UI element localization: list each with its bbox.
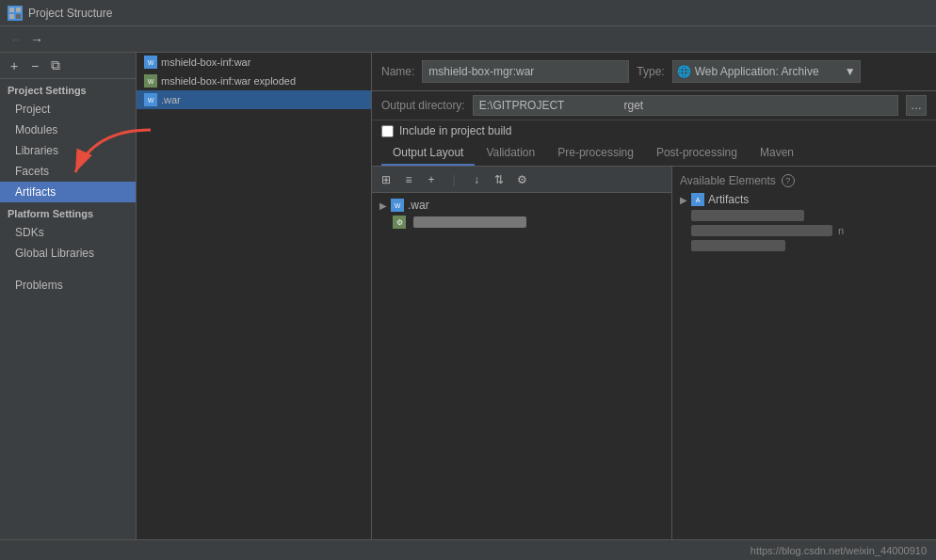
sort-icon[interactable]: ⇅ (489, 169, 509, 190)
add-artifact-button[interactable]: + (6, 57, 23, 74)
back-button[interactable]: ← (6, 29, 26, 50)
name-label: Name: (381, 65, 414, 78)
sidebar-toolbar: + − ⧉ (0, 53, 136, 79)
remove-artifact-button[interactable]: − (26, 57, 43, 74)
grid-icon[interactable]: ⊞ (376, 169, 396, 190)
browse-button[interactable]: … (906, 95, 927, 116)
tree-item-gear[interactable]: ⚙ (376, 214, 668, 231)
sidebar-item-facets[interactable]: Facets (0, 161, 136, 182)
output-toolbar: ⊞ ≡ + | ↓ ⇅ ⚙ (372, 167, 671, 193)
sidebar-item-label: Artifacts (15, 185, 56, 199)
war-exploded-icon: W (144, 74, 157, 88)
tab-validation[interactable]: Validation (475, 141, 546, 166)
artifact-item-war-exploded[interactable]: W mshield-box-inf:war exploded (137, 72, 371, 90)
artifact-name: .war (161, 94, 181, 105)
type-icon: 🌐 (677, 65, 691, 78)
artifacts-arrow[interactable]: ▶ (680, 195, 687, 205)
include-project-build-label: Include in project build (399, 124, 511, 137)
down-icon[interactable]: ↓ (466, 169, 487, 190)
artifact-item-selected[interactable]: W .war (137, 90, 371, 109)
war-file-icon: W (391, 199, 404, 212)
avail-item-3[interactable] (676, 238, 932, 253)
svg-rect-0 (9, 8, 14, 12)
avail-item-artifacts[interactable]: ▶ A Artifacts (676, 191, 932, 208)
artifact-name: mshield-box-inf:war exploded (161, 75, 296, 87)
tabs-row: Output Layout Validation Pre-processing … (372, 141, 936, 167)
copy-artifact-button[interactable]: ⧉ (47, 57, 64, 74)
url-label: https://blog.csdn.net/weixin_44000910 (750, 545, 927, 556)
sidebar-item-label: SDKs (15, 226, 44, 239)
avail-suffix: n (838, 225, 844, 236)
tab-maven[interactable]: Maven (749, 141, 805, 166)
include-project-build-checkbox[interactable] (381, 125, 394, 137)
name-type-row: Name: Type: 🌐 Web Application: Archive ▼ (372, 53, 936, 91)
available-elements-label: Available Elements (680, 174, 776, 187)
type-dropdown-icon: ▼ (845, 65, 856, 78)
bottom-bar: https://blog.csdn.net/weixin_44000910 (0, 539, 936, 560)
sidebar-item-label: Problems (15, 279, 63, 292)
avail-artifacts-label: Artifacts (708, 193, 749, 206)
name-input[interactable] (422, 60, 629, 83)
tab-pre-processing[interactable]: Pre-processing (546, 141, 645, 166)
sidebar-item-label: Libraries (15, 144, 58, 157)
output-left-panel: ⊞ ≡ + | ↓ ⇅ ⚙ ▶ W .war ⚙ (372, 167, 672, 560)
app-icon (8, 6, 23, 21)
platform-settings-header: Platform Settings (0, 202, 136, 222)
list-icon[interactable]: ≡ (398, 169, 419, 190)
sidebar-item-project[interactable]: Project (0, 99, 136, 120)
settings-icon[interactable]: ⚙ (511, 169, 532, 190)
available-elements-header: Available Elements ? (676, 170, 932, 191)
artifact-item-war[interactable]: W mshield-box-inf:war (137, 53, 371, 72)
project-settings-header: Project Settings (0, 79, 136, 99)
include-project-build-row: Include in project build (372, 120, 936, 141)
output-dir-label: Output directory: (381, 99, 465, 112)
avail-blurred-3 (691, 240, 785, 251)
right-panel: Name: Type: 🌐 Web Application: Archive ▼… (372, 53, 936, 560)
sidebar-item-modules[interactable]: Modules (0, 120, 136, 140)
sidebar-item-libraries[interactable]: Libraries (0, 140, 136, 161)
avail-item-2[interactable]: n (676, 223, 932, 238)
sidebar-item-artifacts[interactable]: Artifacts (0, 182, 136, 202)
output-layout-area: ⊞ ≡ + | ↓ ⇅ ⚙ ▶ W .war ⚙ (372, 167, 936, 560)
output-tree: ▶ W .war ⚙ (372, 193, 671, 560)
sidebar-item-label: Facets (15, 165, 49, 178)
avail-blurred-1 (691, 210, 804, 221)
type-select[interactable]: 🌐 Web Application: Archive ▼ (672, 60, 861, 83)
sidebar-item-label: Modules (15, 123, 57, 136)
add-tool-button[interactable]: + (421, 169, 442, 190)
tree-item-blurred (413, 216, 526, 228)
sidebar-item-sdks[interactable]: SDKs (0, 222, 136, 243)
tree-item-label: .war (408, 199, 429, 212)
artifact-name: mshield-box-inf:war (161, 56, 250, 68)
output-dir-row: Output directory: … (372, 91, 936, 120)
svg-rect-2 (9, 14, 14, 19)
title-bar: Project Structure (0, 0, 936, 26)
avail-item-1[interactable] (676, 208, 932, 223)
forward-button[interactable]: → (26, 29, 47, 50)
output-dir-input[interactable] (473, 95, 898, 116)
sidebar: + − ⧉ Project Settings Project Modules L… (0, 53, 137, 560)
nav-bar: ← → (0, 26, 936, 53)
sidebar-item-label: Project (15, 103, 50, 116)
window-title: Project Structure (28, 7, 112, 20)
available-elements-panel: Available Elements ? ▶ A Artifacts n (672, 167, 936, 560)
type-value: Web Application: Archive (695, 65, 845, 78)
artifacts-folder-icon: A (691, 193, 704, 206)
tree-item-war[interactable]: ▶ W .war (376, 197, 668, 214)
svg-rect-1 (16, 8, 21, 12)
sidebar-item-global-libraries[interactable]: Global Libraries (0, 243, 136, 264)
sidebar-item-label: Global Libraries (15, 247, 94, 260)
separator: | (444, 169, 464, 190)
help-icon[interactable]: ? (782, 174, 795, 187)
artifact-list-panel: W mshield-box-inf:war W mshield-box-inf:… (137, 53, 372, 560)
war-icon: W (144, 56, 157, 69)
main-layout: + − ⧉ Project Settings Project Modules L… (0, 53, 936, 560)
war-selected-icon: W (144, 93, 157, 106)
type-label: Type: (637, 65, 664, 78)
tab-output-layout[interactable]: Output Layout (381, 141, 475, 166)
avail-blurred-2 (691, 225, 832, 236)
tab-post-processing[interactable]: Post-processing (645, 141, 749, 166)
svg-rect-3 (16, 14, 21, 19)
expand-arrow[interactable]: ▶ (379, 200, 387, 211)
sidebar-item-problems[interactable]: Problems (0, 275, 136, 296)
